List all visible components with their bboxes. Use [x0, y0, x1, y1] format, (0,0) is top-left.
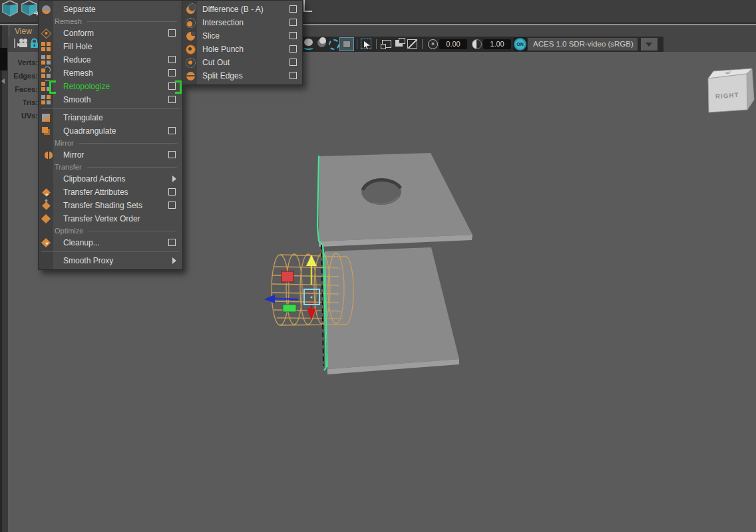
menu-item-transfer-vertex-order[interactable]: Transfer Vertex Order: [39, 212, 182, 225]
option-box[interactable]: [168, 56, 176, 63]
menu-item-smooth[interactable]: Smooth: [39, 93, 182, 106]
difference-icon: [185, 4, 196, 15]
option-box[interactable]: [289, 45, 297, 53]
colorspace-dropdown-arrow[interactable]: [641, 38, 658, 51]
menu-item-triangulate[interactable]: Triangulate: [39, 111, 182, 124]
conform-icon: [41, 28, 51, 39]
shadows-icon[interactable]: [317, 39, 326, 47]
option-box[interactable]: [289, 72, 297, 79]
camera-icon[interactable]: [17, 38, 29, 49]
menu-item-reduce[interactable]: Reduce: [39, 53, 182, 66]
menu-item-transfer-shading-sets[interactable]: Transfer Shading Sets: [39, 199, 182, 212]
menu-item-remesh[interactable]: Remesh: [39, 66, 182, 80]
toolbar-separator: [422, 39, 423, 49]
gamma-field[interactable]: 1.00: [483, 39, 511, 49]
menu-item-split-edges[interactable]: Split Edges: [182, 69, 302, 82]
option-box[interactable]: [168, 29, 176, 37]
intersection-icon: [185, 17, 196, 28]
exposure-icon[interactable]: ✶: [428, 39, 438, 49]
hud-label-verts: Verts:: [8, 56, 38, 69]
poly-cube-export-icon[interactable]: [21, 0, 39, 17]
menu-section-mirror: Mirror: [39, 138, 182, 148]
split-edges-icon: [185, 70, 196, 81]
textured-button[interactable]: [339, 37, 354, 51]
hud-label-tris: Tris:: [8, 96, 38, 109]
highlight-bracket-left: [49, 80, 56, 94]
hud-label-faces: Faces:: [8, 82, 38, 96]
menu-separator: [39, 106, 182, 111]
option-box[interactable]: [168, 188, 176, 196]
menu-item-cleanup[interactable]: Cleanup...: [39, 236, 182, 249]
menu-section-optimize: Optimize: [39, 225, 182, 236]
menu-item-mirror[interactable]: Mirror: [39, 148, 182, 162]
menu-item-smooth-proxy[interactable]: Smooth Proxy: [39, 254, 182, 267]
image-plane-icon[interactable]: [407, 39, 417, 49]
wireframe-on-shaded-icon[interactable]: [382, 40, 391, 48]
cut-out-icon: [185, 57, 196, 68]
menu-item-hole-punch[interactable]: Hole Punch: [182, 43, 302, 56]
color-management-toggle[interactable]: ON: [513, 37, 527, 51]
menu-item-difference[interactable]: Difference (B - A): [182, 3, 302, 16]
poly-count-hud: Verts: Edges: Faces: Tris: UVs:: [8, 56, 38, 122]
collapse-arrow-icon[interactable]: [1, 78, 5, 84]
on-badge: ON: [514, 38, 526, 51]
isolate-select-icon[interactable]: [361, 39, 371, 49]
option-box[interactable]: [289, 5, 297, 13]
toolbar-separator: [376, 39, 377, 49]
lighting-icon[interactable]: [304, 39, 313, 46]
submenu-arrow-icon: [172, 257, 176, 264]
booleans-menu: Difference (B - A) Intersection Slice Ho…: [182, 0, 303, 85]
xray-icon[interactable]: [395, 40, 403, 47]
mesh-menu: Separate Remesh Conform Fill Hole Reduce…: [38, 0, 183, 270]
reduce-icon: [41, 55, 51, 65]
hud-label-uvs: UVs:: [8, 109, 38, 122]
menu-section-transfer: Transfer: [39, 162, 182, 172]
hole-punch-icon: [185, 44, 196, 55]
menu-item-clipboard-actions[interactable]: Clipboard Actions: [39, 172, 182, 186]
option-box[interactable]: [168, 127, 176, 134]
colorspace-dropdown[interactable]: ACES 1.0 SDR-video (sRGB): [528, 38, 638, 51]
separate-icon: [41, 4, 51, 15]
menu-item-separate[interactable]: Separate: [39, 3, 182, 16]
left-edge: [2, 25, 8, 532]
option-box[interactable]: [168, 201, 176, 209]
menu-item-conform[interactable]: Conform: [39, 27, 182, 40]
cleanup-icon: [41, 237, 51, 248]
shelf-icon-partial: [303, 0, 312, 12]
menu-item-slice[interactable]: Slice: [182, 29, 302, 43]
option-box[interactable]: [289, 59, 297, 66]
menu-item-intersection[interactable]: Intersection: [182, 16, 302, 29]
option-box[interactable]: [289, 19, 297, 26]
option-box[interactable]: [168, 96, 176, 103]
transfer-attributes-icon: [41, 187, 51, 198]
exposure-field[interactable]: 0.00: [439, 39, 467, 49]
menu-item-fill-hole[interactable]: Fill Hole: [39, 40, 182, 53]
toolbar-separator: [357, 39, 357, 49]
transfer-vertex-order-icon: [41, 213, 51, 224]
maya-window: View ✶ 0.00 1.00 ON: [0, 0, 756, 532]
gamma-icon[interactable]: [472, 39, 482, 49]
option-box[interactable]: [168, 69, 176, 76]
quadrangulate-icon: [41, 126, 51, 136]
menu-item-retopologize[interactable]: Retopologize: [39, 80, 182, 93]
menu-item-cut-out[interactable]: Cut Out: [182, 56, 302, 69]
highlight-bracket-right: [175, 80, 182, 94]
menu-item-quadrangulate[interactable]: Quadrangulate: [39, 124, 182, 138]
option-box[interactable]: [168, 239, 176, 246]
fill-hole-icon: [41, 41, 51, 52]
transfer-shading-sets-icon: [41, 200, 51, 211]
poly-cube-icon[interactable]: [1, 0, 19, 17]
triangulate-icon: [41, 112, 51, 123]
view-menu[interactable]: View: [15, 27, 32, 36]
toolbar-handle: [14, 39, 15, 48]
submenu-arrow-icon: [172, 176, 176, 182]
slice-icon: [185, 31, 196, 41]
panel-divider[interactable]: [0, 48, 7, 70]
mirror-icon: [41, 150, 51, 160]
menu-separator: [39, 249, 182, 254]
option-box[interactable]: [168, 151, 176, 158]
menu-item-transfer-attributes[interactable]: Transfer Attributes: [39, 186, 182, 199]
ambient-occlusion-icon[interactable]: [329, 39, 339, 50]
remesh-icon: [41, 68, 51, 78]
option-box[interactable]: [289, 32, 297, 39]
